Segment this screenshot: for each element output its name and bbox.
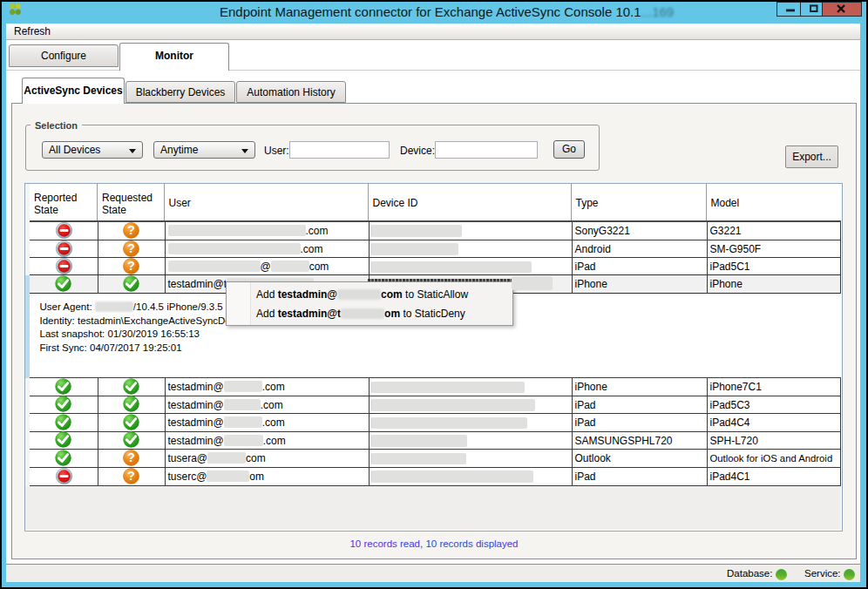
svg-text:?: ? (127, 223, 135, 237)
svg-text:?: ? (127, 469, 135, 483)
svg-text:?: ? (127, 259, 135, 273)
svg-text:?: ? (127, 450, 135, 464)
svg-text:?: ? (127, 241, 135, 255)
